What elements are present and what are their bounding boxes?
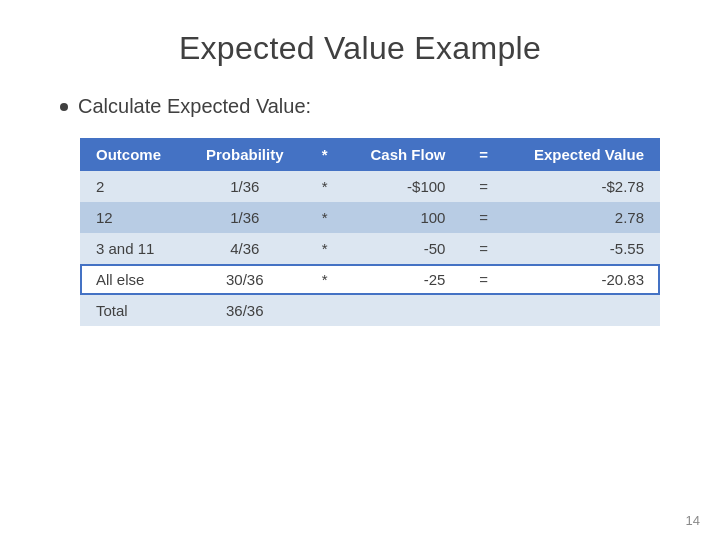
table-header-row: Outcome Probability * Cash Flow = Expect… (80, 138, 660, 171)
table-row: 3 and 114/36*-50=-5.55 (80, 233, 660, 264)
cell-cashflow: -50 (345, 233, 461, 264)
cell-equals: = (461, 202, 505, 233)
cell-probability: 1/36 (185, 171, 304, 202)
cell-expected (506, 295, 660, 326)
slide-title: Expected Value Example (50, 30, 670, 67)
cell-equals: = (461, 264, 505, 295)
cell-cashflow: -$100 (345, 171, 461, 202)
bullet-text: Calculate Expected Value: (78, 95, 311, 118)
cell-probability: 30/36 (185, 264, 304, 295)
header-expected: Expected Value (506, 138, 660, 171)
cell-star: * (304, 233, 345, 264)
table-row: 21/36*-$100=-$2.78 (80, 171, 660, 202)
table-row: All else30/36*-25=-20.83 (80, 264, 660, 295)
header-equals: = (461, 138, 505, 171)
cell-expected: -$2.78 (506, 171, 660, 202)
cell-star: * (304, 264, 345, 295)
page-number: 14 (686, 513, 700, 528)
cell-expected: -20.83 (506, 264, 660, 295)
cell-cashflow: 100 (345, 202, 461, 233)
cell-star: * (304, 171, 345, 202)
header-cashflow: Cash Flow (345, 138, 461, 171)
table-row: 121/36*100=2.78 (80, 202, 660, 233)
table-container: Outcome Probability * Cash Flow = Expect… (50, 138, 670, 326)
bullet-dot-icon (60, 103, 68, 111)
cell-cashflow: -25 (345, 264, 461, 295)
cell-outcome: Total (80, 295, 185, 326)
cell-expected: 2.78 (506, 202, 660, 233)
cell-outcome: 3 and 11 (80, 233, 185, 264)
cell-outcome: All else (80, 264, 185, 295)
cell-expected: -5.55 (506, 233, 660, 264)
cell-equals (461, 295, 505, 326)
cell-equals: = (461, 171, 505, 202)
header-probability: Probability (185, 138, 304, 171)
table-row: Total36/36 (80, 295, 660, 326)
cell-cashflow (345, 295, 461, 326)
header-star: * (304, 138, 345, 171)
cell-probability: 1/36 (185, 202, 304, 233)
cell-probability: 4/36 (185, 233, 304, 264)
cell-outcome: 2 (80, 171, 185, 202)
cell-equals: = (461, 233, 505, 264)
cell-outcome: 12 (80, 202, 185, 233)
header-outcome: Outcome (80, 138, 185, 171)
slide-page: Expected Value Example Calculate Expecte… (0, 0, 720, 540)
cell-star: * (304, 202, 345, 233)
bullet-item: Calculate Expected Value: (50, 95, 670, 118)
cell-star (304, 295, 345, 326)
expected-value-table: Outcome Probability * Cash Flow = Expect… (80, 138, 660, 326)
cell-probability: 36/36 (185, 295, 304, 326)
